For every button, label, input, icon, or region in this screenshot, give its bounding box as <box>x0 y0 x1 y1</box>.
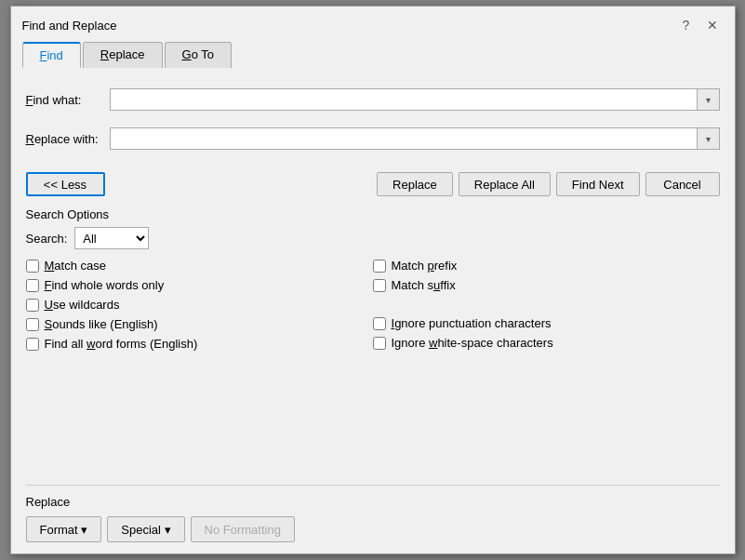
tab-replace[interactable]: Replace <box>83 42 163 68</box>
search-label: Search: <box>26 232 68 246</box>
word-forms-label: Find all word forms (English) <box>45 337 198 351</box>
dialog-content: Find what: ▾ Replace with: ▾ << Less Rep… <box>11 68 735 553</box>
special-button[interactable]: Special ▾ <box>107 516 184 542</box>
search-select-row: Search: All Up Down <box>26 227 720 249</box>
format-button[interactable]: Format ▾ <box>26 516 102 542</box>
replace-button[interactable]: Replace <box>377 172 453 196</box>
tab-find[interactable]: Find <box>22 42 81 68</box>
whole-words-item[interactable]: Find whole words only <box>26 278 373 292</box>
wildcards-item[interactable]: Use wildcards <box>26 298 373 312</box>
less-button[interactable]: << Less <box>26 172 105 196</box>
title-bar: Find and Replace ? ✕ <box>11 7 735 36</box>
replace-bottom-section: Replace Format ▾ Special ▾ No Formatting <box>26 485 720 542</box>
replace-input-wrap: ▾ <box>110 127 720 150</box>
search-select[interactable]: All Up Down <box>74 227 149 249</box>
checkboxes-right-col: Match prefix Match suffix Ignore punctua… <box>373 259 720 351</box>
sounds-like-label: Sounds like (English) <box>45 317 158 331</box>
match-case-item[interactable]: Match case <box>26 259 373 273</box>
dialog-title: Find and Replace <box>22 19 117 33</box>
ignore-space-checkbox[interactable] <box>373 337 386 350</box>
replace-section-label: Replace <box>26 495 720 509</box>
tab-goto-label: Go To <box>182 47 214 61</box>
ignore-punct-item[interactable]: Ignore punctuation characters <box>373 316 720 330</box>
replace-all-button[interactable]: Replace All <box>459 172 551 196</box>
cancel-button[interactable]: Cancel <box>645 172 720 196</box>
ignore-space-label: Ignore white-space characters <box>392 336 553 350</box>
checkboxes-left-col: Match case Find whole words only Use wil… <box>26 259 373 351</box>
find-what-label: Find what: <box>26 93 110 107</box>
tab-replace-label: Replace <box>100 47 145 61</box>
ignore-space-item[interactable]: Ignore white-space characters <box>373 336 720 350</box>
replace-with-label: Replace with: <box>26 132 110 146</box>
match-prefix-checkbox[interactable] <box>373 260 386 273</box>
wildcards-checkbox[interactable] <box>26 299 39 312</box>
find-replace-dialog: Find and Replace ? ✕ Find Replace Go To … <box>10 6 736 554</box>
match-suffix-label: Match suffix <box>392 278 456 292</box>
action-buttons-row: << Less Replace Replace All Find Next Ca… <box>26 172 720 196</box>
find-what-row: Find what: ▾ <box>26 88 720 111</box>
bottom-buttons-row: Format ▾ Special ▾ No Formatting <box>26 516 720 542</box>
tab-find-label: Find <box>40 48 63 62</box>
replace-with-dropdown[interactable]: ▾ <box>698 127 720 150</box>
match-suffix-item[interactable]: Match suffix <box>373 278 720 292</box>
search-options-section: Search Options Search: All Up Down Match… <box>26 207 720 351</box>
wildcards-label: Use wildcards <box>45 298 120 312</box>
whole-words-label: Find whole words only <box>45 278 165 292</box>
ignore-punct-checkbox[interactable] <box>373 317 386 330</box>
close-button[interactable]: ✕ <box>701 14 724 36</box>
whole-words-checkbox[interactable] <box>26 279 39 292</box>
sounds-like-checkbox[interactable] <box>26 318 39 331</box>
ignore-punct-label: Ignore punctuation characters <box>392 316 552 330</box>
find-input-wrap: ▾ <box>110 88 720 111</box>
find-what-dropdown[interactable]: ▾ <box>698 88 720 111</box>
search-options-title: Search Options <box>26 207 720 221</box>
checkboxes-container: Match case Find whole words only Use wil… <box>26 259 720 351</box>
match-case-label: Match case <box>45 259 107 273</box>
match-case-checkbox[interactable] <box>26 260 39 273</box>
tab-goto[interactable]: Go To <box>165 42 232 68</box>
title-actions: ? ✕ <box>675 14 724 36</box>
no-formatting-button: No Formatting <box>191 516 295 542</box>
match-prefix-item[interactable]: Match prefix <box>373 259 720 273</box>
sounds-like-item[interactable]: Sounds like (English) <box>26 317 373 331</box>
find-what-input[interactable] <box>110 88 698 111</box>
match-prefix-label: Match prefix <box>392 259 458 273</box>
help-button[interactable]: ? <box>675 14 698 36</box>
word-forms-item[interactable]: Find all word forms (English) <box>26 337 373 351</box>
replace-with-input[interactable] <box>110 127 698 150</box>
replace-with-row: Replace with: ▾ <box>26 127 720 150</box>
find-next-button[interactable]: Find Next <box>556 172 640 196</box>
tabs-container: Find Replace Go To <box>11 36 735 68</box>
word-forms-checkbox[interactable] <box>26 338 39 351</box>
match-suffix-checkbox[interactable] <box>373 279 386 292</box>
